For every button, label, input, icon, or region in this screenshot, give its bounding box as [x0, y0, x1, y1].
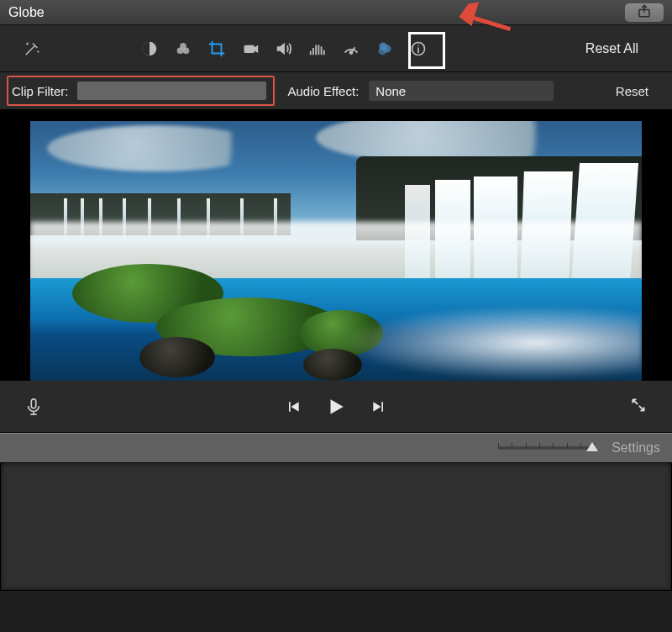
auto-enhance-button[interactable]	[15, 32, 49, 66]
voiceover-button[interactable]	[17, 398, 50, 416]
clip-filter-field[interactable]	[77, 82, 266, 100]
speed-button[interactable]	[334, 32, 368, 66]
reset-button[interactable]: Reset	[616, 84, 648, 98]
zoom-slider[interactable]	[498, 446, 595, 450]
svg-point-9	[378, 46, 386, 55]
skip-forward-button[interactable]	[370, 398, 387, 415]
inspector-toolbar: Reset All	[0, 25, 672, 72]
svg-rect-5	[244, 45, 255, 52]
transport-controls	[285, 396, 387, 418]
timeline-header: Settings	[0, 433, 672, 463]
info-button[interactable]	[402, 32, 435, 66]
clip-filter-label: Clip Filter:	[12, 84, 69, 98]
clip-filter-effects-button[interactable]	[368, 32, 402, 66]
timeline-settings-button[interactable]: Settings	[612, 440, 660, 456]
document-title: Globe	[8, 5, 45, 20]
clip-filter-bar: Clip Filter: Audio Effect: None Reset	[0, 72, 672, 109]
preview-area	[0, 109, 672, 381]
share-button[interactable]	[625, 3, 664, 22]
svg-point-4	[183, 47, 190, 54]
video-preview[interactable]	[30, 121, 642, 381]
color-balance-button[interactable]	[133, 32, 166, 66]
volume-button[interactable]	[267, 32, 301, 66]
playback-controls	[0, 381, 672, 433]
clip-filter-group: Clip Filter:	[7, 76, 275, 106]
zoom-thumb-icon[interactable]	[586, 442, 598, 451]
play-button[interactable]	[325, 396, 347, 418]
timeline[interactable]	[0, 463, 672, 591]
svg-rect-11	[31, 398, 36, 408]
skip-back-button[interactable]	[285, 398, 302, 415]
title-bar: Globe	[0, 0, 672, 25]
fullscreen-button[interactable]	[630, 397, 647, 416]
audio-effect-label: Audio Effect:	[288, 84, 360, 98]
audio-effect-select[interactable]: None	[369, 81, 554, 101]
noise-eq-button[interactable]	[301, 32, 334, 66]
share-icon	[637, 3, 652, 21]
svg-point-3	[177, 47, 184, 54]
stabilization-button[interactable]	[234, 32, 267, 66]
reset-all-button[interactable]: Reset All	[585, 41, 638, 56]
crop-button[interactable]	[200, 32, 234, 66]
audio-effect-value: None	[375, 84, 406, 98]
color-correction-button[interactable]	[166, 32, 200, 66]
